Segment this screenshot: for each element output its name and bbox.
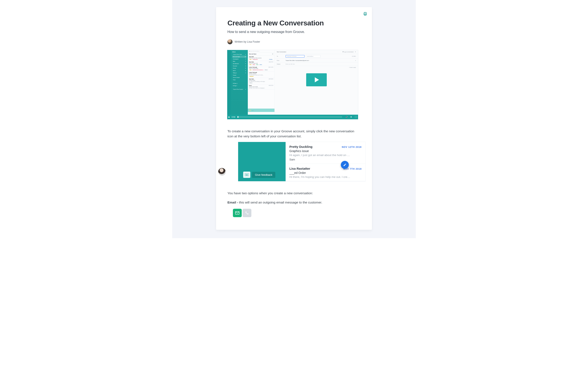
close-icon[interactable]: ✕ [355,51,356,52]
to-name-input[interactable]: Customer's full name [286,55,305,57]
chevron-down-icon[interactable]: ▾ [355,60,356,61]
print-button[interactable] [363,12,367,16]
author-byline: Written by Lisa Foster [235,40,260,43]
article-subtitle: How to send a new outgoing message from … [227,30,361,34]
keyboard-icon[interactable] [243,172,250,178]
video-time: 0:59 [231,116,235,118]
list-footer: — — [248,109,274,112]
compose-title: New Conversation [277,51,286,52]
intro-paragraph: To create a new conversation in your Gro… [227,129,361,139]
author-avatar [227,39,232,44]
fullscreen-icon[interactable]: ⛶ [353,116,358,118]
conversation-list: 🔍 Search all conversations New and Open … [248,50,275,115]
log-conversation-link[interactable]: ⇄ Log a conversation [343,51,354,52]
email-channel-button[interactable] [233,209,242,217]
side-avatar [218,168,226,175]
app-rail [227,50,231,115]
svg-rect-4 [245,174,246,175]
svg-rect-7 [247,174,248,175]
svg-rect-6 [247,174,247,175]
search-icon: 🔍 [249,51,250,52]
video-controls[interactable]: ▶ 0:59 🔊 ⚙ ⛶ [227,115,358,119]
play-button[interactable] [306,73,327,86]
play-icon[interactable]: ▶ [227,116,231,118]
svg-rect-8 [246,175,248,175]
settings-icon[interactable]: ⚙ [349,116,353,118]
article-card: Creating a New Conversation How to send … [216,7,372,230]
phone-channel-button[interactable] [243,209,251,217]
author-row: Written by Lisa Foster [227,39,361,44]
email-option-paragraph: Email - this will send an outgoing email… [227,200,361,205]
app-sidebar: Inbox Tropical Tees Sales▾ New and Open1… [231,50,248,115]
subject-input[interactable]: Enter your title here [286,63,295,65]
page-shell: Creating a New Conversation How to send … [172,0,416,238]
conversation-row[interactable]: Pretty DucklingNOV 12TH 2018Graphics iss… [286,142,365,164]
svg-rect-5 [246,174,246,175]
conversation-row[interactable]: Lisa RastatterNOV 7TH 2018___ed OrderHi … [286,164,365,181]
svg-rect-3 [245,174,249,176]
compose-pane: New Conversation ⇄ Log a conversation✕ T… [275,50,358,115]
give-feedback-button[interactable]: Give feedback [252,172,275,178]
channel-toggle [233,209,361,217]
to-email-input[interactable]: email address [306,55,321,57]
options-paragraph: You have two options when you create a n… [227,191,361,196]
video-hero[interactable]: Inbox Tropical Tees Sales▾ New and Open1… [227,50,358,119]
article-title: Creating a New Conversation [227,19,361,27]
volume-icon[interactable]: 🔊 [344,116,349,118]
new-conversation-fab[interactable] [341,161,349,169]
video-scrubber[interactable] [238,117,342,117]
